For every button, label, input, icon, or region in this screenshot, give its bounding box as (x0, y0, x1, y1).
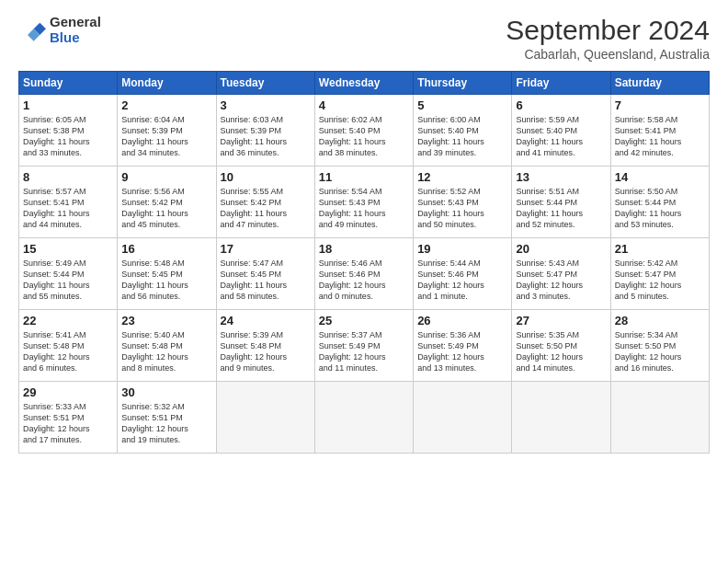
calendar-cell: 7Sunrise: 5:58 AM Sunset: 5:41 PM Daylig… (610, 95, 709, 167)
day-number: 7 (615, 98, 705, 112)
day-number: 1 (23, 98, 113, 112)
day-info: Sunrise: 5:57 AM Sunset: 5:41 PM Dayligh… (23, 186, 113, 231)
calendar-cell: 6Sunrise: 5:59 AM Sunset: 5:40 PM Daylig… (512, 95, 610, 167)
day-info: Sunrise: 5:49 AM Sunset: 5:44 PM Dayligh… (23, 258, 113, 303)
calendar-cell: 10Sunrise: 5:55 AM Sunset: 5:42 PM Dayli… (216, 167, 314, 238)
day-info: Sunrise: 5:59 AM Sunset: 5:40 PM Dayligh… (516, 114, 606, 159)
day-number: 30 (121, 385, 211, 399)
day-number: 6 (516, 98, 606, 112)
logo: General Blue (18, 15, 101, 45)
day-number: 29 (23, 385, 113, 399)
day-info: Sunrise: 5:40 AM Sunset: 5:48 PM Dayligh… (121, 329, 211, 374)
day-info: Sunrise: 5:36 AM Sunset: 5:49 PM Dayligh… (417, 329, 507, 374)
day-info: Sunrise: 5:47 AM Sunset: 5:45 PM Dayligh… (221, 258, 311, 303)
calendar-cell: 3Sunrise: 6:03 AM Sunset: 5:39 PM Daylig… (216, 95, 314, 167)
day-number: 4 (319, 98, 409, 112)
logo-general: General (50, 15, 101, 30)
calendar-cell (414, 382, 512, 454)
calendar-cell: 30Sunrise: 5:32 AM Sunset: 5:51 PM Dayli… (118, 382, 216, 454)
day-number: 12 (417, 170, 507, 184)
calendar-cell: 23Sunrise: 5:40 AM Sunset: 5:48 PM Dayli… (118, 310, 216, 382)
calendar-cell: 13Sunrise: 5:51 AM Sunset: 5:44 PM Dayli… (512, 167, 610, 238)
day-info: Sunrise: 6:05 AM Sunset: 5:38 PM Dayligh… (23, 114, 113, 159)
day-number: 25 (319, 314, 409, 327)
day-number: 10 (221, 170, 311, 184)
day-number: 17 (221, 242, 311, 256)
day-info: Sunrise: 5:37 AM Sunset: 5:49 PM Dayligh… (319, 329, 409, 374)
calendar-cell (610, 382, 709, 454)
subtitle: Cabarlah, Queensland, Australia (506, 47, 710, 62)
weekday-header: Saturday (610, 72, 709, 95)
day-info: Sunrise: 5:32 AM Sunset: 5:51 PM Dayligh… (121, 401, 211, 446)
header: General Blue September 2024 Cabarlah, Qu… (18, 15, 710, 62)
weekday-header: Wednesday (314, 72, 413, 95)
calendar-cell: 19Sunrise: 5:44 AM Sunset: 5:46 PM Dayli… (414, 238, 512, 310)
day-number: 8 (23, 170, 113, 184)
day-number: 3 (221, 98, 311, 112)
calendar-cell: 20Sunrise: 5:43 AM Sunset: 5:47 PM Dayli… (512, 238, 610, 310)
weekday-header: Monday (118, 72, 216, 95)
day-number: 13 (516, 170, 606, 184)
logo-text: General Blue (50, 15, 101, 45)
title-block: September 2024 Cabarlah, Queensland, Aus… (506, 15, 710, 62)
calendar-cell: 5Sunrise: 6:00 AM Sunset: 5:40 PM Daylig… (414, 95, 512, 167)
day-info: Sunrise: 5:54 AM Sunset: 5:43 PM Dayligh… (319, 186, 409, 231)
calendar-cell: 21Sunrise: 5:42 AM Sunset: 5:47 PM Dayli… (610, 238, 709, 310)
day-info: Sunrise: 5:39 AM Sunset: 5:48 PM Dayligh… (221, 329, 311, 374)
weekday-header: Tuesday (216, 72, 314, 95)
calendar-cell: 4Sunrise: 6:02 AM Sunset: 5:40 PM Daylig… (314, 95, 413, 167)
calendar-cell: 14Sunrise: 5:50 AM Sunset: 5:44 PM Dayli… (610, 167, 709, 238)
main-title: September 2024 (506, 15, 710, 45)
calendar-cell: 1Sunrise: 6:05 AM Sunset: 5:38 PM Daylig… (19, 95, 118, 167)
day-info: Sunrise: 5:34 AM Sunset: 5:50 PM Dayligh… (615, 329, 705, 374)
calendar-cell: 17Sunrise: 5:47 AM Sunset: 5:45 PM Dayli… (216, 238, 314, 310)
calendar-week-row: 29Sunrise: 5:33 AM Sunset: 5:51 PM Dayli… (19, 382, 710, 454)
calendar-cell: 27Sunrise: 5:35 AM Sunset: 5:50 PM Dayli… (512, 310, 610, 382)
calendar-cell: 22Sunrise: 5:41 AM Sunset: 5:48 PM Dayli… (19, 310, 118, 382)
day-info: Sunrise: 5:41 AM Sunset: 5:48 PM Dayligh… (23, 329, 113, 374)
calendar-cell (512, 382, 610, 454)
day-info: Sunrise: 5:33 AM Sunset: 5:51 PM Dayligh… (23, 401, 113, 446)
logo-icon (18, 17, 46, 44)
day-info: Sunrise: 6:02 AM Sunset: 5:40 PM Dayligh… (319, 114, 409, 159)
day-info: Sunrise: 5:51 AM Sunset: 5:44 PM Dayligh… (516, 186, 606, 231)
day-info: Sunrise: 5:55 AM Sunset: 5:42 PM Dayligh… (221, 186, 311, 231)
day-number: 22 (23, 314, 113, 327)
day-number: 27 (516, 314, 606, 327)
day-info: Sunrise: 5:46 AM Sunset: 5:46 PM Dayligh… (319, 258, 409, 303)
day-info: Sunrise: 5:43 AM Sunset: 5:47 PM Dayligh… (516, 258, 606, 303)
day-number: 15 (23, 242, 113, 256)
day-number: 16 (121, 242, 211, 256)
day-info: Sunrise: 5:48 AM Sunset: 5:45 PM Dayligh… (121, 258, 211, 303)
weekday-header: Sunday (19, 72, 118, 95)
day-number: 24 (221, 314, 311, 327)
day-number: 23 (121, 314, 211, 327)
calendar-cell: 15Sunrise: 5:49 AM Sunset: 5:44 PM Dayli… (19, 238, 118, 310)
day-number: 19 (417, 242, 507, 256)
day-number: 21 (615, 242, 705, 256)
calendar-table: SundayMondayTuesdayWednesdayThursdayFrid… (18, 71, 710, 454)
calendar-cell: 24Sunrise: 5:39 AM Sunset: 5:48 PM Dayli… (216, 310, 314, 382)
calendar-week-row: 8Sunrise: 5:57 AM Sunset: 5:41 PM Daylig… (19, 167, 710, 238)
day-info: Sunrise: 6:03 AM Sunset: 5:39 PM Dayligh… (221, 114, 311, 159)
calendar-week-row: 1Sunrise: 6:05 AM Sunset: 5:38 PM Daylig… (19, 95, 710, 167)
day-info: Sunrise: 5:42 AM Sunset: 5:47 PM Dayligh… (615, 258, 705, 303)
day-number: 2 (121, 98, 211, 112)
day-number: 5 (417, 98, 507, 112)
day-info: Sunrise: 6:00 AM Sunset: 5:40 PM Dayligh… (417, 114, 507, 159)
day-number: 18 (319, 242, 409, 256)
calendar-cell: 25Sunrise: 5:37 AM Sunset: 5:49 PM Dayli… (314, 310, 413, 382)
calendar-week-row: 22Sunrise: 5:41 AM Sunset: 5:48 PM Dayli… (19, 310, 710, 382)
calendar-cell: 16Sunrise: 5:48 AM Sunset: 5:45 PM Dayli… (118, 238, 216, 310)
day-info: Sunrise: 6:04 AM Sunset: 5:39 PM Dayligh… (121, 114, 211, 159)
calendar-cell: 29Sunrise: 5:33 AM Sunset: 5:51 PM Dayli… (19, 382, 118, 454)
day-number: 20 (516, 242, 606, 256)
calendar-cell: 26Sunrise: 5:36 AM Sunset: 5:49 PM Dayli… (414, 310, 512, 382)
day-info: Sunrise: 5:35 AM Sunset: 5:50 PM Dayligh… (516, 329, 606, 374)
calendar-cell: 11Sunrise: 5:54 AM Sunset: 5:43 PM Dayli… (314, 167, 413, 238)
calendar-cell: 18Sunrise: 5:46 AM Sunset: 5:46 PM Dayli… (314, 238, 413, 310)
calendar-cell: 12Sunrise: 5:52 AM Sunset: 5:43 PM Dayli… (414, 167, 512, 238)
weekday-header-row: SundayMondayTuesdayWednesdayThursdayFrid… (19, 72, 710, 95)
day-info: Sunrise: 5:50 AM Sunset: 5:44 PM Dayligh… (615, 186, 705, 231)
day-info: Sunrise: 5:52 AM Sunset: 5:43 PM Dayligh… (417, 186, 507, 231)
